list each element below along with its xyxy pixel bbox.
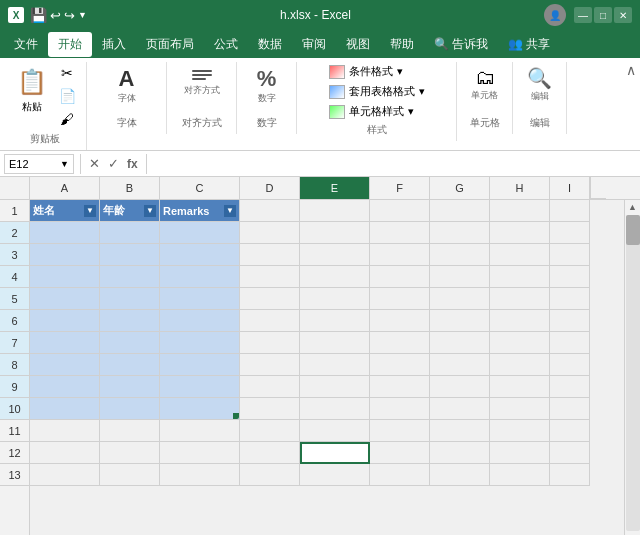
cell-a5[interactable] [30, 288, 100, 310]
menu-help[interactable]: 帮助 [380, 32, 424, 57]
row-header-11[interactable]: 11 [0, 420, 29, 442]
cell-h12[interactable] [490, 442, 550, 464]
cell-g8[interactable] [430, 354, 490, 376]
cell-h3[interactable] [490, 244, 550, 266]
col-header-d[interactable]: D [240, 177, 300, 199]
cell-h6[interactable] [490, 310, 550, 332]
cell-g3[interactable] [430, 244, 490, 266]
col-header-i[interactable]: I [550, 177, 590, 199]
cell-c9[interactable] [160, 376, 240, 398]
cell-g2[interactable] [430, 222, 490, 244]
row-header-8[interactable]: 8 [0, 354, 29, 376]
menu-view[interactable]: 视图 [336, 32, 380, 57]
format-painter-button[interactable]: 🖌 [56, 108, 78, 130]
cell-a4[interactable] [30, 266, 100, 288]
cell-h2[interactable] [490, 222, 550, 244]
filter-arrow-b1[interactable]: ▼ [144, 205, 156, 217]
cell-c11[interactable] [160, 420, 240, 442]
cell-ref-arrow[interactable]: ▼ [60, 159, 69, 169]
cell-g10[interactable] [430, 398, 490, 420]
cell-g6[interactable] [430, 310, 490, 332]
col-header-h[interactable]: H [490, 177, 550, 199]
dropdown-arrow-icon[interactable]: ▼ [78, 10, 87, 20]
cell-c10[interactable] [160, 398, 240, 420]
maximize-button[interactable]: □ [594, 7, 612, 23]
cell-e2[interactable] [300, 222, 370, 244]
cell-h10[interactable] [490, 398, 550, 420]
cell-c4[interactable] [160, 266, 240, 288]
cell-f2[interactable] [370, 222, 430, 244]
cell-f8[interactable] [370, 354, 430, 376]
cell-d9[interactable] [240, 376, 300, 398]
conditional-format-button[interactable]: 条件格式 ▾ [325, 62, 429, 81]
cell-g5[interactable] [430, 288, 490, 310]
cell-h7[interactable] [490, 332, 550, 354]
cell-a2[interactable] [30, 222, 100, 244]
menu-search[interactable]: 🔍告诉我 [424, 32, 498, 57]
cell-b4[interactable] [100, 266, 160, 288]
cell-c2[interactable] [160, 222, 240, 244]
row-header-3[interactable]: 3 [0, 244, 29, 266]
menu-formula[interactable]: 公式 [204, 32, 248, 57]
cell-b12[interactable] [100, 442, 160, 464]
row-header-10[interactable]: 10 [0, 398, 29, 420]
cell-i10[interactable] [550, 398, 590, 420]
cell-f1[interactable] [370, 200, 430, 222]
row-header-5[interactable]: 5 [0, 288, 29, 310]
menu-home[interactable]: 开始 [48, 32, 92, 57]
cell-reference-box[interactable]: E12 ▼ [4, 154, 74, 174]
cell-a12[interactable] [30, 442, 100, 464]
redo-icon[interactable]: ↪ [64, 8, 75, 23]
cell-c8[interactable] [160, 354, 240, 376]
cell-d13[interactable] [240, 464, 300, 486]
cell-d1[interactable] [240, 200, 300, 222]
cell-f12[interactable] [370, 442, 430, 464]
cell-c7[interactable] [160, 332, 240, 354]
cell-h5[interactable] [490, 288, 550, 310]
cell-b13[interactable] [100, 464, 160, 486]
cell-d6[interactable] [240, 310, 300, 332]
cell-i5[interactable] [550, 288, 590, 310]
cell-a1[interactable]: 姓名 ▼ [30, 200, 100, 222]
cell-c3[interactable] [160, 244, 240, 266]
cell-a11[interactable] [30, 420, 100, 442]
number-button[interactable]: % 数字 [251, 62, 283, 109]
cell-b9[interactable] [100, 376, 160, 398]
menu-review[interactable]: 审阅 [292, 32, 336, 57]
filter-arrow-a1[interactable]: ▼ [84, 205, 96, 217]
cell-d3[interactable] [240, 244, 300, 266]
cell-c12[interactable] [160, 442, 240, 464]
insert-function-button[interactable]: fx [125, 157, 140, 171]
formula-input[interactable] [153, 154, 636, 174]
cell-e5[interactable] [300, 288, 370, 310]
row-header-6[interactable]: 6 [0, 310, 29, 332]
edit-button[interactable]: 🔍 编辑 [521, 62, 558, 107]
ribbon-collapse-button[interactable]: ∧ [626, 62, 636, 78]
cell-h8[interactable] [490, 354, 550, 376]
cell-style-button[interactable]: 单元格样式 ▾ [325, 102, 429, 121]
table-style-button[interactable]: 套用表格格式 ▾ [325, 82, 429, 101]
col-header-b[interactable]: B [100, 177, 160, 199]
cell-b10[interactable] [100, 398, 160, 420]
cell-b3[interactable] [100, 244, 160, 266]
cell-i6[interactable] [550, 310, 590, 332]
paste-button[interactable]: 📋 粘贴 [12, 62, 52, 116]
save-icon[interactable]: 💾 [30, 7, 47, 23]
col-header-f[interactable]: F [370, 177, 430, 199]
cell-e8[interactable] [300, 354, 370, 376]
cell-f4[interactable] [370, 266, 430, 288]
cell-i11[interactable] [550, 420, 590, 442]
cell-h9[interactable] [490, 376, 550, 398]
cell-e9[interactable] [300, 376, 370, 398]
cells-button[interactable]: 🗂 单元格 [465, 62, 504, 106]
cell-a3[interactable] [30, 244, 100, 266]
cell-g9[interactable] [430, 376, 490, 398]
cell-d10[interactable] [240, 398, 300, 420]
cell-f9[interactable] [370, 376, 430, 398]
cell-b1[interactable]: 年龄 ▼ [100, 200, 160, 222]
row-header-1[interactable]: 1 [0, 200, 29, 222]
col-header-g[interactable]: G [430, 177, 490, 199]
undo-icon[interactable]: ↩ [50, 8, 61, 23]
cell-d5[interactable] [240, 288, 300, 310]
cell-a8[interactable] [30, 354, 100, 376]
